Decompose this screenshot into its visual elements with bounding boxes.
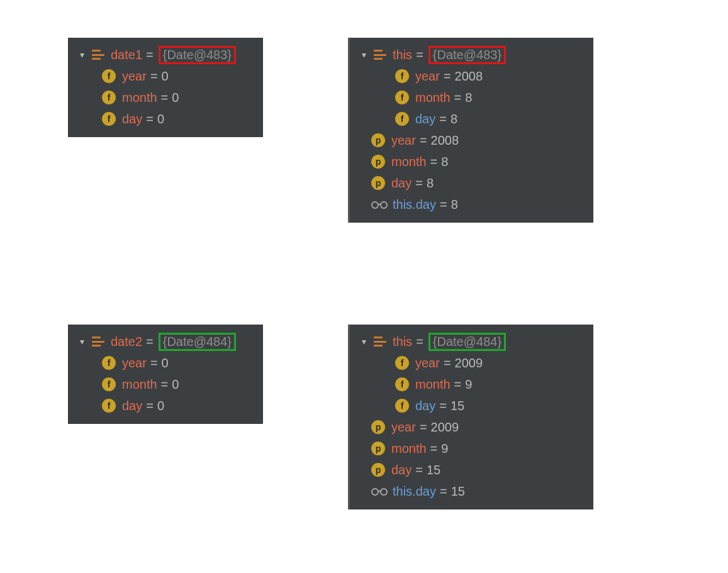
object-ref-highlight: {Date@483} [428, 46, 506, 64]
field-value: 9 [465, 377, 472, 392]
chevron-down-icon[interactable]: ▾ [77, 337, 87, 347]
field-row[interactable]: f month = 0 [74, 87, 257, 108]
param-icon: p [371, 420, 385, 434]
field-name: month [415, 91, 451, 105]
field-icon: f [395, 356, 409, 370]
debug-panel-date2: ▾ date2 = {Date@484} f year = 0 f month … [68, 325, 263, 424]
field-value: 0 [172, 91, 179, 105]
field-name: month [415, 377, 451, 392]
param-value: 8 [441, 155, 448, 169]
field-name: year [415, 69, 440, 84]
param-row[interactable]: p day = 15 [356, 459, 587, 481]
field-row[interactable]: f year = 2009 [356, 352, 587, 374]
variable-name: date1 [111, 48, 142, 62]
tree-node-head[interactable]: ▾ this = {Date@483} [356, 44, 587, 65]
field-row[interactable]: f year = 2008 [356, 65, 587, 87]
param-name: month [391, 442, 427, 456]
field-icon: f [102, 399, 116, 413]
debug-panel-date1: ▾ date1 = {Date@483} f year = 0 f month … [68, 38, 263, 137]
field-row[interactable]: f year = 0 [74, 352, 257, 374]
watch-value: 15 [451, 484, 465, 499]
variable-name: date2 [111, 335, 142, 349]
field-name: year [122, 356, 147, 370]
field-icon: f [395, 377, 409, 391]
glasses-icon [371, 197, 388, 211]
param-value: 8 [427, 176, 434, 191]
object-icon [374, 49, 386, 60]
tree-node-head[interactable]: ▾ date2 = {Date@484} [74, 331, 257, 352]
field-value: 8 [451, 112, 457, 126]
param-icon: p [371, 463, 385, 477]
field-icon: f [102, 91, 116, 104]
object-ref: {Date@483} [163, 48, 232, 62]
object-ref: {Date@484} [163, 335, 232, 348]
field-value: 15 [451, 399, 464, 413]
field-row[interactable]: f month = 0 [74, 374, 257, 395]
equals-sign: = [146, 48, 154, 62]
field-icon: f [395, 399, 409, 413]
param-value: 9 [441, 442, 448, 456]
field-name: day [122, 399, 142, 413]
watch-name: this.day [393, 197, 436, 212]
field-icon: f [102, 377, 116, 391]
field-row[interactable]: f month = 8 [356, 87, 587, 108]
param-row[interactable]: p month = 8 [356, 151, 587, 172]
field-icon: f [102, 356, 116, 370]
param-value: 2009 [431, 420, 459, 435]
field-name: year [415, 356, 440, 370]
chevron-down-icon[interactable]: ▾ [359, 50, 369, 60]
param-value: 2008 [431, 133, 459, 148]
param-icon: p [371, 442, 385, 455]
glasses-icon [371, 484, 388, 498]
field-name: month [122, 377, 157, 392]
object-icon [92, 336, 104, 347]
field-row[interactable]: f day = 0 [74, 108, 257, 130]
tree-node-head[interactable]: ▾ date1 = {Date@483} [74, 44, 257, 65]
variable-name: this [393, 48, 412, 62]
param-row[interactable]: p month = 9 [356, 438, 587, 459]
field-name: year [122, 69, 147, 84]
tree-node-head[interactable]: ▾ this = {Date@484} [356, 331, 587, 352]
field-value: 0 [172, 377, 179, 392]
svg-point-0 [372, 202, 378, 208]
chevron-down-icon[interactable]: ▾ [77, 50, 87, 60]
object-ref: {Date@484} [433, 335, 501, 348]
field-row[interactable]: f month = 9 [356, 374, 587, 395]
param-name: day [391, 463, 412, 477]
field-row[interactable]: f day = 0 [74, 395, 257, 416]
field-icon: f [395, 112, 409, 126]
object-icon [374, 336, 386, 347]
param-value: 15 [427, 463, 440, 477]
field-row[interactable]: f day = 8 [356, 108, 587, 130]
svg-point-3 [381, 489, 387, 495]
watch-value: 8 [451, 197, 458, 212]
param-icon: p [371, 155, 385, 169]
field-row[interactable]: f day = 15 [356, 395, 587, 416]
field-icon: f [395, 91, 409, 104]
param-name: month [391, 155, 427, 169]
field-value: 8 [465, 91, 472, 105]
chevron-down-icon[interactable]: ▾ [359, 337, 369, 347]
canvas: ▾ date1 = {Date@483} f year = 0 f month … [0, 0, 728, 573]
debug-panel-this-2: ▾ this = {Date@484} f year = 2009 f mont… [348, 325, 593, 509]
field-row[interactable]: f year = 0 [74, 65, 257, 87]
param-row[interactable]: p year = 2008 [356, 130, 587, 151]
watch-row[interactable]: this.day = 8 [356, 194, 587, 215]
object-ref-highlight: {Date@483} [159, 46, 236, 64]
svg-point-2 [372, 489, 378, 495]
param-icon: p [371, 133, 385, 147]
param-name: year [391, 133, 416, 148]
debug-panel-this-1: ▾ this = {Date@483} f year = 2008 f mont… [348, 38, 593, 223]
field-icon: f [102, 69, 116, 83]
param-row[interactable]: p day = 8 [356, 172, 587, 194]
field-value: 2008 [455, 69, 483, 84]
field-value: 0 [157, 112, 164, 126]
param-row[interactable]: p year = 2009 [356, 416, 587, 438]
field-value: 0 [162, 69, 169, 84]
watch-row[interactable]: this.day = 15 [356, 481, 587, 502]
field-value: 0 [162, 356, 169, 370]
object-icon [92, 49, 104, 60]
param-icon: p [371, 176, 385, 190]
field-name: month [122, 91, 157, 105]
object-ref-highlight: {Date@484} [428, 333, 506, 351]
